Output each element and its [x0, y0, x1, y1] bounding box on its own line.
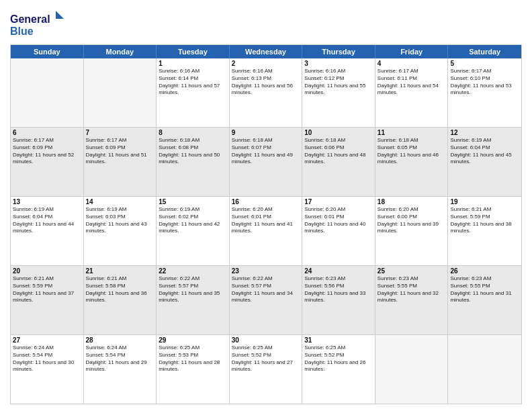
calendar-cell: 15Sunrise: 6:19 AM Sunset: 6:02 PM Dayli… [157, 197, 230, 265]
day-number: 2 [232, 60, 300, 67]
day-number: 28 [86, 336, 154, 344]
calendar-cell: 19Sunrise: 6:21 AM Sunset: 5:59 PM Dayli… [448, 197, 521, 265]
calendar-cell [84, 58, 157, 127]
cell-info: Sunrise: 6:16 AM Sunset: 6:14 PM Dayligh… [159, 68, 227, 97]
header: GeneralBlue [10, 7, 522, 39]
calendar-cell: 21Sunrise: 6:21 AM Sunset: 5:58 PM Dayli… [84, 266, 157, 334]
cell-info: Sunrise: 6:16 AM Sunset: 6:13 PM Dayligh… [232, 68, 300, 97]
calendar-cell: 29Sunrise: 6:25 AM Sunset: 5:53 PM Dayli… [157, 335, 230, 404]
day-number: 20 [13, 267, 81, 275]
header-day-saturday: Saturday [448, 45, 521, 58]
day-number: 23 [232, 267, 300, 275]
day-number: 5 [450, 60, 519, 67]
calendar-week-2: 6Sunrise: 6:17 AM Sunset: 6:09 PM Daylig… [11, 127, 521, 196]
calendar-cell: 16Sunrise: 6:20 AM Sunset: 6:01 PM Dayli… [230, 197, 303, 265]
cell-info: Sunrise: 6:18 AM Sunset: 6:06 PM Dayligh… [304, 137, 373, 166]
calendar-cell: 9Sunrise: 6:18 AM Sunset: 6:07 PM Daylig… [230, 128, 303, 196]
cell-info: Sunrise: 6:19 AM Sunset: 6:03 PM Dayligh… [86, 206, 154, 235]
calendar-cell: 14Sunrise: 6:19 AM Sunset: 6:03 PM Dayli… [84, 197, 157, 265]
calendar-cell [448, 335, 521, 404]
cell-info: Sunrise: 6:25 AM Sunset: 5:52 PM Dayligh… [232, 345, 300, 373]
day-number: 3 [304, 60, 373, 67]
day-number: 7 [86, 129, 154, 136]
day-number: 31 [304, 336, 373, 344]
cell-info: Sunrise: 6:24 AM Sunset: 5:54 PM Dayligh… [86, 345, 154, 373]
day-number: 14 [86, 198, 154, 205]
calendar-cell: 31Sunrise: 6:25 AM Sunset: 5:52 PM Dayli… [302, 335, 375, 404]
cell-info: Sunrise: 6:20 AM Sunset: 6:01 PM Dayligh… [232, 206, 300, 235]
calendar-cell: 13Sunrise: 6:19 AM Sunset: 6:04 PM Dayli… [11, 197, 84, 265]
day-number: 11 [378, 129, 446, 136]
cell-info: Sunrise: 6:17 AM Sunset: 6:09 PM Dayligh… [13, 137, 81, 166]
calendar-cell: 17Sunrise: 6:20 AM Sunset: 6:01 PM Dayli… [302, 197, 375, 265]
calendar-cell: 1Sunrise: 6:16 AM Sunset: 6:14 PM Daylig… [157, 58, 230, 127]
calendar: SundayMondayTuesdayWednesdayThursdayFrid… [10, 44, 522, 404]
calendar-cell: 20Sunrise: 6:21 AM Sunset: 5:59 PM Dayli… [11, 266, 84, 334]
calendar-week-1: 1Sunrise: 6:16 AM Sunset: 6:14 PM Daylig… [11, 58, 521, 127]
calendar-cell: 8Sunrise: 6:18 AM Sunset: 6:08 PM Daylig… [157, 128, 230, 196]
calendar-week-4: 20Sunrise: 6:21 AM Sunset: 5:59 PM Dayli… [11, 265, 521, 334]
logo-svg: GeneralBlue [10, 9, 64, 39]
calendar-cell: 11Sunrise: 6:18 AM Sunset: 6:05 PM Dayli… [375, 128, 449, 196]
calendar-header: SundayMondayTuesdayWednesdayThursdayFrid… [11, 45, 521, 58]
calendar-cell: 26Sunrise: 6:23 AM Sunset: 5:55 PM Dayli… [448, 266, 521, 334]
day-number: 13 [13, 198, 81, 205]
day-number: 30 [232, 336, 300, 344]
calendar-body: 1Sunrise: 6:16 AM Sunset: 6:14 PM Daylig… [11, 58, 521, 404]
calendar-cell: 28Sunrise: 6:24 AM Sunset: 5:54 PM Dayli… [84, 335, 157, 404]
header-day-tuesday: Tuesday [157, 45, 230, 58]
calendar-cell: 25Sunrise: 6:23 AM Sunset: 5:55 PM Dayli… [375, 266, 449, 334]
header-day-wednesday: Wednesday [230, 45, 303, 58]
cell-info: Sunrise: 6:17 AM Sunset: 6:10 PM Dayligh… [450, 68, 519, 97]
day-number: 6 [13, 129, 81, 136]
day-number: 10 [304, 129, 373, 136]
cell-info: Sunrise: 6:16 AM Sunset: 6:12 PM Dayligh… [304, 68, 373, 97]
cell-info: Sunrise: 6:22 AM Sunset: 5:57 PM Dayligh… [232, 275, 300, 304]
cell-info: Sunrise: 6:25 AM Sunset: 5:53 PM Dayligh… [159, 345, 227, 373]
day-number: 4 [378, 60, 446, 67]
calendar-cell: 18Sunrise: 6:20 AM Sunset: 6:00 PM Dayli… [375, 197, 449, 265]
cell-info: Sunrise: 6:25 AM Sunset: 5:52 PM Dayligh… [304, 345, 373, 373]
cell-info: Sunrise: 6:19 AM Sunset: 6:04 PM Dayligh… [450, 137, 519, 166]
cell-info: Sunrise: 6:18 AM Sunset: 6:07 PM Dayligh… [232, 137, 300, 166]
day-number: 12 [450, 129, 519, 136]
calendar-cell [11, 58, 84, 127]
cell-info: Sunrise: 6:18 AM Sunset: 6:08 PM Dayligh… [159, 137, 227, 166]
cell-info: Sunrise: 6:20 AM Sunset: 6:00 PM Dayligh… [378, 206, 446, 235]
header-day-thursday: Thursday [302, 45, 375, 58]
calendar-cell: 23Sunrise: 6:22 AM Sunset: 5:57 PM Dayli… [230, 266, 303, 334]
header-day-sunday: Sunday [11, 45, 84, 58]
day-number: 27 [13, 336, 81, 344]
cell-info: Sunrise: 6:20 AM Sunset: 6:01 PM Dayligh… [304, 206, 373, 235]
calendar-cell: 22Sunrise: 6:22 AM Sunset: 5:57 PM Dayli… [157, 266, 230, 334]
cell-info: Sunrise: 6:22 AM Sunset: 5:57 PM Dayligh… [159, 275, 227, 304]
calendar-cell: 4Sunrise: 6:17 AM Sunset: 6:11 PM Daylig… [375, 58, 449, 127]
logo: GeneralBlue [10, 9, 64, 39]
cell-info: Sunrise: 6:21 AM Sunset: 5:59 PM Dayligh… [13, 275, 81, 304]
cell-info: Sunrise: 6:17 AM Sunset: 6:09 PM Dayligh… [86, 137, 154, 166]
calendar-cell: 30Sunrise: 6:25 AM Sunset: 5:52 PM Dayli… [230, 335, 303, 404]
day-number: 22 [159, 267, 227, 275]
day-number: 18 [378, 198, 446, 205]
calendar-cell: 24Sunrise: 6:23 AM Sunset: 5:56 PM Dayli… [302, 266, 375, 334]
day-number: 19 [450, 198, 519, 205]
day-number: 9 [232, 129, 300, 136]
cell-info: Sunrise: 6:19 AM Sunset: 6:04 PM Dayligh… [13, 206, 81, 235]
calendar-cell: 27Sunrise: 6:24 AM Sunset: 5:54 PM Dayli… [11, 335, 84, 404]
cell-info: Sunrise: 6:21 AM Sunset: 5:58 PM Dayligh… [86, 275, 154, 304]
calendar-cell: 7Sunrise: 6:17 AM Sunset: 6:09 PM Daylig… [84, 128, 157, 196]
svg-text:Blue: Blue [10, 26, 34, 37]
calendar-week-3: 13Sunrise: 6:19 AM Sunset: 6:04 PM Dayli… [11, 196, 521, 265]
calendar-week-5: 27Sunrise: 6:24 AM Sunset: 5:54 PM Dayli… [11, 334, 521, 404]
calendar-cell: 6Sunrise: 6:17 AM Sunset: 6:09 PM Daylig… [11, 128, 84, 196]
cell-info: Sunrise: 6:23 AM Sunset: 5:55 PM Dayligh… [378, 275, 446, 304]
day-number: 29 [159, 336, 227, 344]
svg-marker-2 [56, 11, 64, 19]
header-day-monday: Monday [84, 45, 157, 58]
day-number: 21 [86, 267, 154, 275]
cell-info: Sunrise: 6:17 AM Sunset: 6:11 PM Dayligh… [378, 68, 446, 97]
cell-info: Sunrise: 6:19 AM Sunset: 6:02 PM Dayligh… [159, 206, 227, 235]
calendar-cell: 12Sunrise: 6:19 AM Sunset: 6:04 PM Dayli… [448, 128, 521, 196]
calendar-cell: 5Sunrise: 6:17 AM Sunset: 6:10 PM Daylig… [448, 58, 521, 127]
cell-info: Sunrise: 6:24 AM Sunset: 5:54 PM Dayligh… [13, 345, 81, 373]
